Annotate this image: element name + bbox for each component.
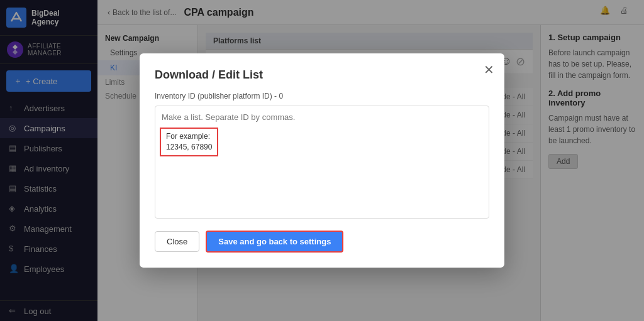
save-button[interactable]: Save and go back to settings	[206, 231, 343, 253]
close-button[interactable]: Close	[155, 231, 199, 252]
modal-title: Download / Edit List	[155, 68, 489, 82]
textarea-wrapper: For example: 12345, 67890	[155, 106, 489, 220]
modal-close-button[interactable]: ✕	[484, 63, 494, 76]
inventory-id-textarea[interactable]	[155, 106, 489, 219]
modal-footer: Close Save and go back to settings	[155, 231, 489, 253]
modal-inventory-label: Inventory ID (publisher platform ID) - 0	[155, 92, 489, 101]
modal-dialog: Download / Edit List ✕ Inventory ID (pub…	[140, 53, 504, 268]
modal-overlay: Download / Edit List ✕ Inventory ID (pub…	[0, 0, 644, 321]
